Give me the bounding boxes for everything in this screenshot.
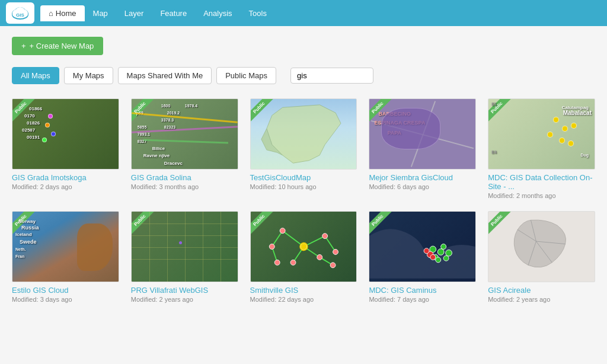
- svg-point-29: [438, 249, 445, 256]
- map-card-3[interactable]: Public TestGisCloudMap Modified: 10 hour…: [250, 98, 357, 199]
- map-thumbnail-7: Public: [131, 211, 238, 282]
- map-title-1: GIS Grada Imotskoga: [12, 173, 119, 182]
- map-card-10[interactable]: Public GIS Acireale Modified: 2 years ag…: [488, 211, 595, 303]
- svg-point-31: [441, 244, 446, 250]
- nav-tab-tools[interactable]: Tools: [241, 5, 275, 21]
- svg-point-32: [446, 250, 452, 256]
- map-thumbnail-4: Public BARBECINO ESPINAGA CRESPA PAPA: [369, 98, 476, 170]
- map-card-7[interactable]: Public PRG Villafrati WebGIS Modified: 2…: [131, 211, 238, 303]
- map-thumbnail-10: Public: [488, 211, 595, 282]
- svg-point-26: [330, 263, 336, 268]
- logo[interactable]: GIS: [6, 2, 34, 24]
- map-thumbnail-5: Public Calulampag Mabalacat Dug E1 E4: [488, 98, 595, 170]
- map-title-5: MDC: GIS Data Collection On-Site - ...: [488, 173, 595, 191]
- map-title-8: Smithville GIS: [250, 286, 357, 295]
- map-card-6[interactable]: Public Norway Russia Iceland Swede Neth.…: [12, 211, 119, 303]
- map-modified-5: Modified: 2 months ago: [488, 192, 595, 199]
- svg-point-18: [280, 228, 285, 234]
- map-modified-8: Modified: 22 days ago: [250, 296, 357, 303]
- map-thumbnail-2: Public 1600 1978.4 p69 2019.2 3378.3 585…: [131, 98, 238, 170]
- map-thumbnail-3: Public: [250, 98, 357, 170]
- nav-tab-map[interactable]: Map: [85, 5, 116, 21]
- logo-text: GIS: [9, 4, 31, 23]
- svg-point-34: [444, 256, 449, 261]
- svg-point-20: [322, 234, 327, 239]
- map-card-8[interactable]: Public: [250, 211, 357, 303]
- svg-point-37: [430, 254, 436, 260]
- content-area: + + Create New Map All Maps My Maps Maps…: [0, 26, 607, 314]
- map-title-6: Estilo GIS Cloud: [12, 286, 119, 295]
- map-modified-4: Modified: 6 days ago: [369, 183, 476, 190]
- map-title-9: MDC: GIS Caminus: [369, 286, 476, 295]
- nav-tab-layer[interactable]: Layer: [116, 5, 152, 21]
- svg-point-23: [269, 244, 274, 250]
- filter-tabs-row: All Maps My Maps Maps Shared With Me Pub…: [12, 67, 595, 84]
- filter-my-maps[interactable]: My Maps: [64, 67, 113, 84]
- map-card-5[interactable]: Public Calulampag Mabalacat Dug E1 E4 MD…: [488, 98, 595, 199]
- svg-point-36: [424, 248, 429, 254]
- map-thumbnail-6: Public Norway Russia Iceland Swede Neth.…: [12, 211, 119, 282]
- filter-all-maps[interactable]: All Maps: [12, 67, 59, 84]
- map-title-4: Mejor Siembra GisCloud: [369, 173, 476, 182]
- svg-point-33: [436, 257, 441, 263]
- home-icon: ⌂: [49, 9, 53, 18]
- map-modified-1: Modified: 2 days ago: [12, 183, 119, 190]
- create-new-map-button[interactable]: + + Create New Map: [12, 37, 103, 55]
- map-card-1[interactable]: Public 01866 0170 01826 02587 00191 GIS …: [12, 98, 119, 199]
- map-modified-3: Modified: 10 hours ago: [250, 183, 357, 190]
- map-modified-9: Modified: 7 days ago: [369, 296, 476, 303]
- map-thumbnail-1: Public 01866 0170 01826 02587 00191: [12, 98, 119, 170]
- map-thumbnail-8: Public: [250, 211, 357, 282]
- plus-icon: +: [21, 41, 26, 50]
- svg-point-22: [317, 254, 322, 260]
- navbar: GIS ⌂ Home Map Layer Feature Analysis To…: [0, 0, 607, 26]
- svg-text:GIS: GIS: [16, 12, 24, 18]
- map-thumbnail-9: Public: [369, 211, 476, 282]
- svg-point-25: [333, 249, 338, 254]
- map-modified-10: Modified: 2 years ago: [488, 296, 595, 303]
- nav-tabs: ⌂ Home Map Layer Feature Analysis Tools: [40, 5, 275, 21]
- map-card-9[interactable]: Public MDC: GIS C: [369, 211, 476, 303]
- map-card-4[interactable]: Public BARBECINO ESPINAGA CRESPA PAPA Me…: [369, 98, 476, 199]
- map-modified-7: Modified: 2 years ago: [131, 296, 238, 303]
- nav-tab-feature[interactable]: Feature: [152, 5, 195, 21]
- map-card-2[interactable]: Public 1600 1978.4 p69 2019.2 3378.3 585…: [131, 98, 238, 199]
- nav-tab-home[interactable]: ⌂ Home: [40, 5, 85, 21]
- map-title-2: GIS Grada Solina: [131, 173, 238, 182]
- filter-public-maps[interactable]: Public Maps: [216, 67, 276, 84]
- map-title-7: PRG Villafrati WebGIS: [131, 286, 238, 295]
- svg-point-19: [301, 244, 307, 250]
- map-title-10: GIS Acireale: [488, 286, 595, 295]
- map-title-3: TestGisCloudMap: [250, 173, 357, 182]
- svg-point-21: [290, 260, 296, 265]
- filter-shared-maps[interactable]: Maps Shared With Me: [118, 67, 212, 84]
- search-input[interactable]: [290, 68, 373, 84]
- svg-point-24: [274, 260, 280, 265]
- nav-tab-analysis[interactable]: Analysis: [195, 5, 240, 21]
- maps-grid: Public 01866 0170 01826 02587 00191 GIS …: [12, 98, 595, 303]
- map-modified-2: Modified: 3 months ago: [131, 183, 238, 190]
- map-modified-6: Modified: 3 days ago: [12, 296, 119, 303]
